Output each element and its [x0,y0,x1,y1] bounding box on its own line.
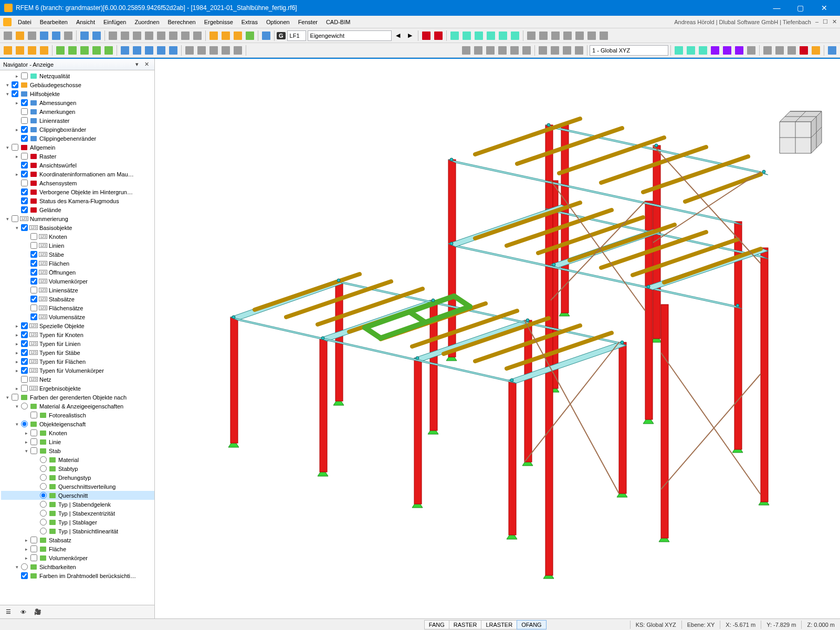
tree-item[interactable]: Achsensystem [1,178,154,187]
status-toggle-ofang[interactable]: OFANG [517,620,547,629]
tree-radio[interactable] [40,492,47,499]
tree-item[interactable]: Typ | Stabendgelenk [1,500,154,509]
calc-all-button[interactable] [220,30,232,41]
zoom-ext-button[interactable] [537,45,549,56]
menu-zuordnen[interactable]: Zuordnen [130,17,163,27]
tbl-5-button[interactable] [155,30,167,41]
member-button[interactable] [79,45,90,56]
view-5-button[interactable] [574,30,585,41]
tbl-6-button[interactable] [167,30,179,41]
tree-checkbox[interactable] [21,135,28,142]
sel-2-button[interactable] [14,45,26,56]
tree-radio[interactable] [40,528,47,534]
load-4-button[interactable] [155,45,167,56]
tree-checkbox[interactable] [30,287,37,293]
tree-item[interactable]: ▸123Typen für Stäbe [1,348,154,357]
tree-checkbox[interactable] [21,162,28,169]
status-toggle-raster[interactable]: RASTER [449,620,482,629]
render-3-button[interactable] [697,45,709,56]
render-2-button[interactable] [685,45,697,56]
view-6-button[interactable] [586,30,597,41]
tree-radio[interactable] [40,483,47,490]
node-button[interactable] [55,45,66,56]
edit-3-button[interactable] [208,45,219,56]
new-file-button[interactable] [2,30,14,41]
tree-item[interactable]: ▸Linie [1,437,154,446]
tree-item[interactable]: Stabtyp [1,464,154,473]
tree-item[interactable]: Status des Kamera-Flugmodus [1,196,154,205]
result-nav-button[interactable] [244,30,256,41]
tree-checkbox[interactable] [21,206,28,213]
tree-checkbox[interactable] [30,242,37,249]
render-5-button[interactable] [721,45,733,56]
status-toggle-fang[interactable]: FANG [424,620,449,629]
proj-1-button[interactable] [460,45,472,56]
tree-checkbox[interactable] [12,394,18,401]
tree-item[interactable]: 123Knoten [1,232,154,241]
redo-button[interactable] [91,30,102,41]
tree-radio[interactable] [21,421,28,427]
tree-item[interactable]: 123Volumensätze [1,312,154,321]
tree-item[interactable]: ▾Stab [1,446,154,455]
tree-checkbox[interactable] [30,313,37,320]
tree-item[interactable]: ▸123Typen für Volumenkörper [1,366,154,375]
tree-checkbox[interactable] [21,108,28,115]
mdi-controls[interactable]: –☐✕ [813,18,839,25]
loadcase-field[interactable] [287,30,306,41]
misc-1-button[interactable] [762,45,773,56]
tree-item[interactable]: ▸Knoten [1,428,154,437]
print-button[interactable] [62,30,74,41]
tree-checkbox[interactable] [30,304,37,311]
misc-3-button[interactable] [786,45,797,56]
tree-radio[interactable] [21,563,28,570]
render-6-button[interactable] [733,45,745,56]
tree-item[interactable]: Querschnitt [1,491,154,500]
rotate-button[interactable] [573,45,585,56]
tree-item[interactable]: Verborgene Objekte im Hintergrun… [1,187,154,196]
lf-prev-button[interactable]: ◀ [392,30,404,41]
calc-button[interactable] [208,30,219,41]
tbl-8-button[interactable] [192,30,203,41]
tree-item[interactable]: Farben im Drahtmodell berücksichti… [1,571,154,580]
sel-1-button[interactable] [2,45,14,56]
navigator-header[interactable]: Navigator - Anzeige ▾ ✕ [0,59,154,70]
tbl-3-button[interactable] [131,30,143,41]
dim-1-button[interactable] [449,30,460,41]
tree-item[interactable]: 123Linien [1,241,154,250]
sel-4-button[interactable] [38,45,50,56]
navigator-tree[interactable]: ▸Netzqualität▾Gebäudegeschosse▾Hilfsobje… [0,70,154,605]
navigator-close-icon[interactable]: ✕ [142,61,151,68]
tree-item[interactable]: ▸Fläche [1,544,154,553]
tree-item[interactable]: 123Volumenkörper [1,277,154,286]
tree-item[interactable]: ▸Koordinateninformationen am Mau… [1,170,154,178]
render-4-button[interactable] [709,45,721,56]
tree-item[interactable]: ▸123Typen für Linien [1,339,154,348]
tree-checkbox[interactable] [30,278,37,285]
menu-fenster[interactable]: Fenster [294,17,322,27]
anim-button[interactable] [232,30,244,41]
tree-item[interactable]: Querschnittsverteilung [1,482,154,491]
lf-next-button[interactable]: ▶ [404,30,416,41]
tree-item[interactable]: ▾123Basisobjekte [1,223,154,232]
menu-bearbeiten[interactable]: Bearbeiten [36,17,72,27]
tree-radio[interactable] [40,456,47,463]
opening-button[interactable] [103,45,114,56]
visibility-button[interactable] [260,30,272,41]
nav-tab-data-icon[interactable]: ☰ [3,607,14,617]
tree-checkbox[interactable] [12,215,18,222]
tree-item[interactable]: Gelände [1,205,154,214]
save-as-button[interactable] [50,30,62,41]
menu-optionen[interactable]: Optionen [262,17,294,27]
menu-einfügen[interactable]: Einfügen [99,17,130,27]
tree-checkbox[interactable] [30,545,37,552]
misc-2-button[interactable] [774,45,785,56]
dim-5-button[interactable] [497,30,509,41]
proj-4-button[interactable] [497,45,508,56]
menu-ergebnisse[interactable]: Ergebnisse [200,17,237,27]
misc-4-button[interactable] [798,45,810,56]
viewport-3d[interactable] [155,59,840,618]
tree-checkbox[interactable] [21,376,28,383]
tree-checkbox[interactable] [30,447,37,454]
tree-item[interactable]: 123Flächen [1,259,154,268]
tree-checkbox[interactable] [12,81,18,88]
